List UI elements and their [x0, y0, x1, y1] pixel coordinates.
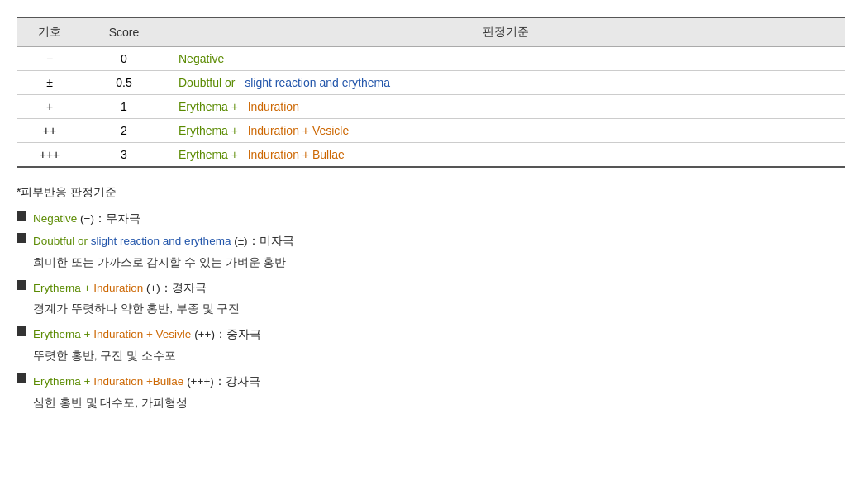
footnote-header: *피부반응 판정기준: [17, 181, 845, 203]
criteria-text: Negative: [179, 52, 224, 65]
cell-giho: +: [17, 95, 83, 119]
criteria-text-orange: Induration + Bullae: [241, 148, 345, 161]
criteria-text-green: Doubtful or: [179, 76, 235, 89]
cell-criteria: Erythema + Induration + Bullae: [165, 143, 845, 168]
bullet-icon: [17, 373, 26, 383]
cell-giho: ++: [17, 119, 83, 143]
cell-score: 0.5: [83, 71, 165, 95]
table-row: + 1 Erythema + Induration: [17, 95, 845, 119]
item-text-rest: (−)：무자극: [77, 212, 140, 225]
item-text-rest: (+++)：강자극: [183, 375, 260, 388]
cell-score: 2: [83, 119, 165, 143]
cell-criteria: Doubtful or slight reaction and erythema: [165, 71, 845, 95]
sub-text-5: 심한 홍반 및 대수포, 가피형성: [33, 394, 845, 413]
footnote-item-2: Doubtful or slight reaction and erythema…: [17, 231, 845, 252]
item-text-orange: Induration: [90, 282, 143, 294]
bullet-icon: [17, 326, 26, 336]
bullet-content: Negative (−)：무자극: [33, 208, 845, 230]
criteria-text-orange: Induration + Vesicle: [241, 124, 349, 137]
bullet-content: Erythema + Induration +Bullae (+++)：강자극: [33, 371, 845, 392]
criteria-text-orange: Induration: [241, 100, 299, 113]
cell-giho: ±: [17, 71, 83, 95]
footnote-item-5: Erythema + Induration +Bullae (+++)：강자극: [17, 371, 845, 392]
item-text-green: Erythema +: [33, 282, 90, 294]
table-row: ± 0.5 Doubtful or slight reaction and er…: [17, 71, 845, 95]
bullet-icon: [17, 211, 26, 221]
bullet-content: Erythema + Induration (+)：경자극: [33, 278, 845, 299]
footnote-item-4: Erythema + Induration + Vesivle (++)：중자극: [17, 324, 845, 345]
item-text-orange: Induration + Vesivle: [90, 328, 191, 340]
table-row: ++ 2 Erythema + Induration + Vesicle: [17, 119, 845, 143]
criteria-text-green: Erythema +: [179, 124, 238, 137]
table-body: − 0 Negative ± 0.5 Doubtful or slight re…: [17, 47, 845, 168]
footnote-section: *피부반응 판정기준 Negative (−)：무자극 Doubtful or …: [17, 181, 845, 413]
cell-criteria: Erythema + Induration: [165, 95, 845, 119]
item-text-green: Erythema +: [33, 375, 90, 388]
footnote-item-1: Negative (−)：무자극: [17, 208, 845, 230]
sub-text-3: 경계가 뚜렷하나 약한 홍반, 부종 및 구진: [33, 300, 845, 319]
cell-giho: +++: [17, 143, 83, 168]
criteria-text-green: Erythema +: [179, 100, 238, 113]
cell-score: 3: [83, 143, 165, 168]
item-text-orange: Induration +Bullae: [90, 375, 183, 388]
item-text-rest: (±)：미자극: [231, 235, 293, 247]
cell-score: 1: [83, 95, 165, 119]
footnote-item-3: Erythema + Induration (+)：경자극: [17, 278, 845, 299]
criteria-text-blue: slight reaction and erythema: [238, 76, 390, 89]
cell-criteria: Erythema + Induration + Vesicle: [165, 119, 845, 143]
main-table-container: 기호 Score 판정기준 − 0 Negative ± 0.5 Doubtfu…: [17, 17, 845, 168]
table-row: +++ 3 Erythema + Induration + Bullae: [17, 143, 845, 168]
table-header-row: 기호 Score 판정기준: [17, 17, 845, 47]
criteria-text-green: Erythema +: [179, 148, 238, 161]
item-text-green: Doubtful or: [33, 235, 88, 247]
header-giho: 기호: [17, 17, 83, 47]
bullet-content: Erythema + Induration + Vesivle (++)：중자극: [33, 324, 845, 345]
item-text-rest: (+)：경자극: [143, 282, 207, 294]
bullet-icon: [17, 280, 26, 290]
bullet-icon: [17, 233, 26, 243]
criteria-table: 기호 Score 판정기준 − 0 Negative ± 0.5 Doubtfu…: [17, 17, 845, 168]
item-text-blue: slight reaction and erythema: [88, 235, 231, 247]
header-score: Score: [83, 17, 165, 47]
table-row: − 0 Negative: [17, 47, 845, 71]
cell-score: 0: [83, 47, 165, 71]
item-text-rest: (++)：중자극: [191, 328, 261, 340]
header-criteria: 판정기준: [165, 17, 845, 47]
item-text-green: Negative: [33, 212, 77, 225]
bullet-content: Doubtful or slight reaction and erythema…: [33, 231, 845, 252]
sub-text-2: 희미한 또는 가까스로 감지할 수 있는 가벼운 홍반: [33, 254, 845, 273]
cell-criteria: Negative: [165, 47, 845, 71]
sub-text-4: 뚜렷한 홍반, 구진 및 소수포: [33, 347, 845, 366]
item-text-green: Erythema +: [33, 328, 90, 340]
cell-giho: −: [17, 47, 83, 71]
